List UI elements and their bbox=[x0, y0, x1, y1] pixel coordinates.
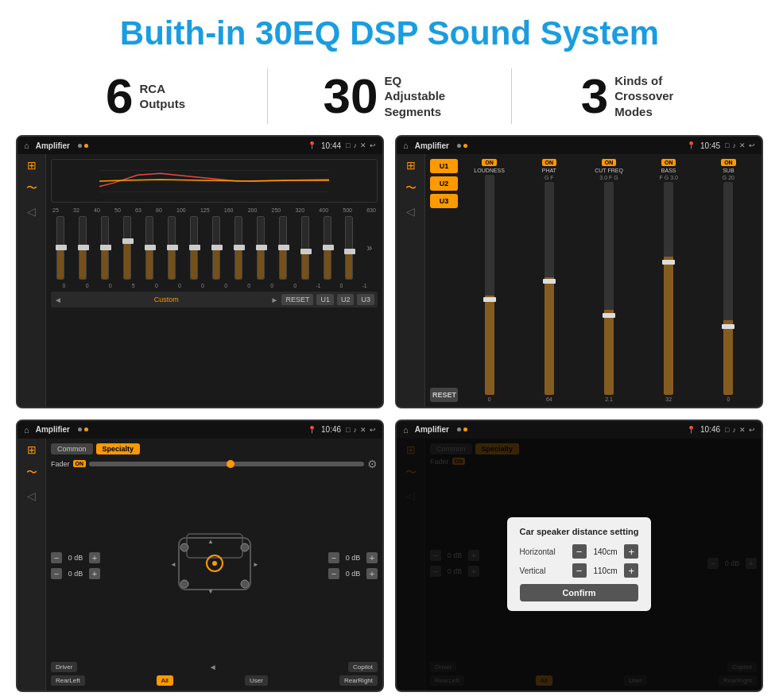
preset-u1[interactable]: U1 bbox=[430, 159, 458, 173]
rearleft-btn[interactable]: RearLeft bbox=[51, 675, 85, 686]
phat-on[interactable]: ON bbox=[542, 159, 557, 166]
track-3[interactable] bbox=[123, 216, 131, 280]
thumb-9 bbox=[256, 245, 267, 250]
fill-6 bbox=[191, 248, 197, 279]
db-plus-2[interactable]: + bbox=[89, 568, 100, 579]
speaker-icon-1[interactable]: ◁ bbox=[27, 205, 36, 218]
all-btn[interactable]: All bbox=[157, 675, 173, 686]
home-icon-1[interactable]: ⌂ bbox=[24, 141, 29, 150]
u2-btn[interactable]: U2 bbox=[337, 294, 355, 305]
track-4[interactable] bbox=[145, 216, 153, 280]
val-4: 0 bbox=[145, 283, 168, 288]
bass-on[interactable]: ON bbox=[661, 159, 676, 166]
reset-btn[interactable]: RESET bbox=[281, 294, 313, 305]
speaker-icon-2[interactable]: ◁ bbox=[406, 205, 415, 218]
track-11[interactable] bbox=[301, 216, 309, 280]
loudness-slider[interactable] bbox=[485, 175, 494, 395]
cutfreq-fill bbox=[604, 310, 614, 395]
expand-btn[interactable]: » bbox=[362, 216, 378, 280]
home-icon-2[interactable]: ⌂ bbox=[403, 141, 409, 150]
track-12[interactable] bbox=[324, 216, 331, 280]
track-2[interactable] bbox=[101, 216, 109, 280]
wave-icon-1[interactable]: 〜 bbox=[26, 181, 37, 195]
rearright-btn[interactable]: RearRight bbox=[339, 675, 378, 686]
dialog-horizontal-plus[interactable]: + bbox=[624, 544, 638, 559]
speaker-icon-3[interactable]: ◁ bbox=[27, 489, 36, 502]
left-arrow[interactable]: ◄ bbox=[209, 663, 217, 671]
cutfreq-slider[interactable] bbox=[604, 182, 614, 395]
stats-row: 6 RCAOutputs 30 EQ AdjustableSegments 3 … bbox=[0, 60, 779, 135]
eq-icon-3[interactable]: ⊞ bbox=[27, 443, 37, 456]
track-8[interactable] bbox=[234, 216, 242, 280]
slider-3 bbox=[118, 216, 138, 280]
fader-slider[interactable] bbox=[89, 462, 364, 466]
track-0[interactable] bbox=[56, 216, 64, 280]
dialog-vertical-row: Vertical − 110cm + bbox=[520, 563, 639, 578]
svg-point-6 bbox=[212, 561, 217, 566]
stat-eq-desc: EQ AdjustableSegments bbox=[384, 73, 455, 120]
db-plus-1[interactable]: + bbox=[89, 552, 100, 563]
track-13[interactable] bbox=[345, 216, 353, 280]
screen-dialog: ⌂ Amplifier 📍 10:46 □ ♪ ✕ ↩ bbox=[395, 420, 763, 693]
speaker-bottom-2: RearLeft All User RearRight bbox=[51, 675, 378, 686]
phat-slider[interactable] bbox=[545, 182, 554, 395]
preset-u2[interactable]: U2 bbox=[430, 176, 458, 191]
user-btn[interactable]: User bbox=[245, 675, 268, 686]
cutfreq-on[interactable]: ON bbox=[602, 159, 617, 166]
home-icon-4[interactable]: ⌂ bbox=[403, 425, 409, 435]
wave-icon-2[interactable]: 〜 bbox=[405, 181, 417, 195]
status-dots-2 bbox=[457, 144, 467, 148]
db-minus-2[interactable]: − bbox=[51, 568, 62, 579]
amp-presets: U1 U2 U3 RESET bbox=[430, 159, 458, 402]
eq-icon-2[interactable]: ⊞ bbox=[406, 159, 416, 172]
tab-specialty[interactable]: Specialty bbox=[96, 443, 141, 454]
sub-slider[interactable] bbox=[723, 182, 733, 395]
slider-13 bbox=[339, 216, 359, 280]
next-arrow[interactable]: ► bbox=[271, 296, 279, 304]
close-icon-4: ✕ bbox=[739, 426, 746, 434]
cam-icon: □ bbox=[346, 141, 350, 149]
dialog-vertical-minus[interactable]: − bbox=[572, 563, 587, 578]
db-minus-3[interactable]: − bbox=[328, 552, 339, 563]
db-ctrl-4: − 0 dB + bbox=[328, 568, 378, 579]
loudness-on[interactable]: ON bbox=[482, 159, 497, 166]
phat-fill bbox=[545, 277, 554, 394]
eq-icon-1[interactable]: ⊞ bbox=[27, 159, 37, 172]
dialog-vertical-plus[interactable]: + bbox=[624, 563, 638, 578]
db-plus-4[interactable]: + bbox=[366, 568, 378, 579]
wave-icon-3[interactable]: 〜 bbox=[26, 466, 37, 480]
fader-on[interactable]: ON bbox=[73, 460, 87, 467]
vol-icon: ♪ bbox=[354, 141, 358, 149]
db-minus-1[interactable]: − bbox=[51, 552, 62, 563]
db-plus-3[interactable]: + bbox=[366, 552, 378, 563]
bass-slider[interactable] bbox=[664, 182, 673, 395]
copilot-btn[interactable]: Copilot bbox=[348, 662, 378, 672]
tab-common[interactable]: Common bbox=[51, 443, 93, 454]
track-7[interactable] bbox=[212, 216, 220, 280]
right-controls: − 0 dB + − 0 dB + bbox=[328, 552, 378, 579]
slider-7 bbox=[206, 216, 226, 280]
track-5[interactable] bbox=[168, 216, 176, 280]
sub-on[interactable]: ON bbox=[721, 159, 736, 166]
prev-arrow[interactable]: ◄ bbox=[54, 296, 62, 304]
home-icon-3[interactable]: ⌂ bbox=[24, 425, 29, 435]
sub-thumb bbox=[722, 324, 734, 329]
screen1-title: Amplifier bbox=[36, 141, 70, 150]
track-9[interactable] bbox=[257, 216, 265, 280]
track-1[interactable] bbox=[79, 216, 87, 280]
confirm-button[interactable]: Confirm bbox=[520, 584, 639, 601]
preset-u3[interactable]: U3 bbox=[430, 194, 458, 208]
driver-btn[interactable]: Driver bbox=[51, 662, 77, 672]
screen3-sidebar: ⊞ 〜 ◁ bbox=[17, 439, 46, 691]
track-10[interactable] bbox=[279, 216, 287, 280]
svg-point-7 bbox=[180, 543, 188, 551]
u1-btn[interactable]: U1 bbox=[316, 294, 334, 305]
settings-icon[interactable]: ⚙ bbox=[367, 458, 378, 470]
db-minus-4[interactable]: − bbox=[328, 568, 339, 579]
dialog-horizontal-minus[interactable]: − bbox=[572, 544, 587, 559]
car-diagram: ▲ ▼ ◄ ► bbox=[105, 530, 324, 601]
reset-btn-2[interactable]: RESET bbox=[430, 388, 458, 402]
track-6[interactable] bbox=[190, 216, 198, 280]
dot2 bbox=[84, 144, 88, 148]
u3-btn[interactable]: U3 bbox=[357, 294, 374, 305]
